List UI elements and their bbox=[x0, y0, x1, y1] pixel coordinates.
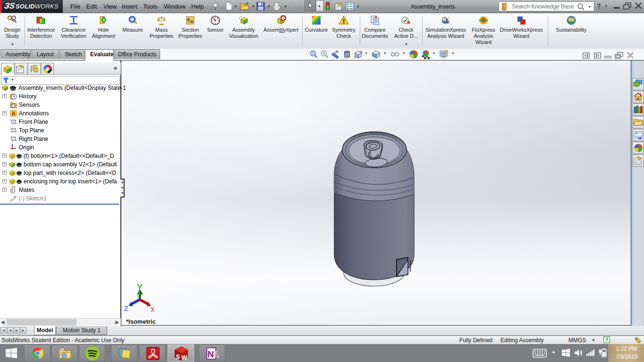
svg-text:N: N bbox=[208, 349, 214, 359]
svg-text:Z: Z bbox=[124, 305, 128, 313]
svg-text:S: S bbox=[176, 353, 180, 360]
svg-text:W: W bbox=[181, 354, 187, 361]
svg-text:X: X bbox=[151, 306, 155, 314]
svg-text:A: A bbox=[11, 111, 15, 116]
